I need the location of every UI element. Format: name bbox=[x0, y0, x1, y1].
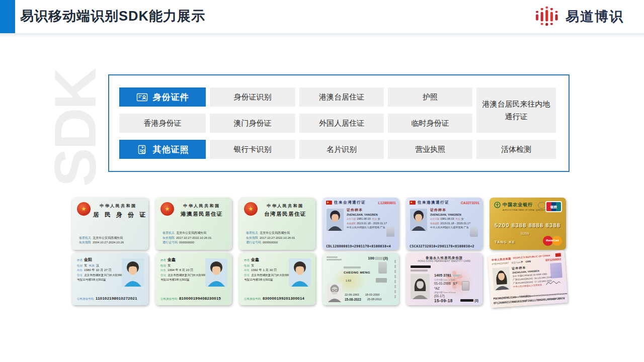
tab-id-documents[interactable]: 身份证件 bbox=[119, 87, 206, 107]
sample-tw-residence-front: 姓名金鑫 性别女 出生1992 年 1 月 30 日 住址北京市西城区复兴门外大… bbox=[239, 253, 315, 305]
mastercard-logo: MasterCard bbox=[543, 235, 562, 246]
passport-number: EF1260892 bbox=[545, 257, 561, 261]
unionpay-logo: 银联 bbox=[545, 201, 562, 212]
card-doc-title: 港澳居民居住证 bbox=[177, 211, 227, 218]
menu-item-label: 身份证识别 bbox=[234, 93, 272, 102]
menu-item-label: 护照 bbox=[423, 93, 438, 102]
ghost-photo bbox=[462, 281, 469, 291]
sample-hkmo-residence-back: ★ 中华人民共和国 港澳居民居住证 签发机关北京市公安局西城分局 有效期限201… bbox=[155, 198, 232, 250]
header-accent-bar bbox=[0, 0, 15, 33]
holder-name: CHEONG MENG bbox=[344, 270, 370, 274]
menu-item-bank-card-ocr[interactable]: 银行卡识别 bbox=[210, 140, 295, 159]
menu-item-label: 银行卡识别 bbox=[234, 145, 272, 154]
menu-item-liveness-detection[interactable]: 活体检测 bbox=[476, 140, 556, 159]
redacted-name-en bbox=[411, 269, 428, 272]
secondary-photo bbox=[470, 227, 478, 237]
menu-item-label: 港澳台居民来往内地通行证 bbox=[482, 98, 550, 123]
card-nation: 中华人民共和国 bbox=[93, 203, 143, 209]
permit-number: CA3273201 bbox=[461, 201, 479, 205]
menu-item-label: 香港身份证 bbox=[144, 119, 182, 128]
redacted-digits bbox=[460, 299, 473, 302]
passport-nation: 中华人民共和国 bbox=[492, 257, 511, 261]
menu-item-label: 名片识别 bbox=[327, 145, 357, 154]
portrait-photo bbox=[410, 209, 427, 231]
ghost-photo bbox=[378, 262, 387, 274]
holder-height: 1,63 bbox=[346, 279, 351, 282]
redacted-name bbox=[411, 265, 431, 268]
macau-header-redacted bbox=[327, 256, 342, 261]
hk-id-number: (3) bbox=[460, 299, 478, 302]
card-doc-title-en: HONG KONG PERMANENT IDENTITY CARD bbox=[406, 260, 482, 262]
id-number-row: 公民身份号码830000199201300014 bbox=[244, 293, 304, 302]
menu-item-hmt-residence-permit[interactable]: 港澳台居住证 bbox=[299, 87, 384, 107]
holder-signature bbox=[545, 280, 561, 286]
permit-fields: 证件样本 ZHENGJIAN, YANGBEN 出生日期1981.08.03 性… bbox=[430, 208, 470, 229]
page-title: 易识移动端识别SDK能力展示 bbox=[20, 7, 205, 25]
menu-item-macau-id[interactable]: 澳门身份证 bbox=[210, 114, 295, 133]
menu-item-passport[interactable]: 护照 bbox=[388, 87, 472, 107]
menu-item-label: 营业执照 bbox=[415, 145, 445, 154]
redacted-digits bbox=[375, 257, 383, 260]
mrz-line: CDL128808019<2901178<8108038<4 bbox=[326, 244, 391, 248]
portrait-photo bbox=[205, 258, 227, 287]
menu-item-temp-id[interactable]: 临时身份证 bbox=[388, 114, 472, 133]
menu-item-hmt-mainland-travel-permit[interactable]: 港澳台居民来往内地通行证 bbox=[476, 87, 556, 133]
menu-item-business-card-ocr[interactable]: 名片识别 bbox=[299, 140, 384, 159]
id-number-row: 公民身份号码110102198010272021 bbox=[77, 293, 137, 302]
redacted-label bbox=[344, 266, 361, 268]
portrait-photo bbox=[327, 283, 342, 302]
card-holder: TANG KE bbox=[495, 240, 515, 244]
sample-macau-id-card: 100(3) CHEONG MENG 1,63 22-06-196318-03-… bbox=[323, 253, 399, 305]
menu-item-label: 澳门身份证 bbox=[234, 119, 272, 128]
sample-bank-card: 中国农业银行 AGRICULTURAL BANK OF CHINA · 金穗贷记… bbox=[490, 198, 566, 250]
menu-item-foreigner-residence[interactable]: 外国人居住证 bbox=[299, 114, 384, 133]
company-logo: 易道博识 bbox=[535, 5, 624, 28]
tab-other-documents[interactable]: 其他证照 bbox=[119, 140, 206, 159]
mrz-block: POCHNZHENGJIAN<<YANGBEN<<<<<<<<<<<<<<<<<… bbox=[493, 292, 565, 306]
mrz-line: CSCA32732010<2901178<8108038<2 bbox=[410, 244, 474, 248]
sample-hkmo-residence-front: 姓名金鑫 性别女 出生1994 年 8 月 23 日 住址北京市西城区复兴门外大… bbox=[155, 253, 232, 305]
company-logo-icon bbox=[535, 5, 560, 28]
prc-flag-icon bbox=[410, 201, 416, 205]
sample-gallery-row-2: 姓名金阳 性别女 民族汉 出生1980 年 10 月 27 日 住址北京市西城区… bbox=[72, 253, 566, 305]
sample-gallery-row-1: ★ 中华人民共和国 居 民 身 份 证 签发机关北京市公安局西城分局 有效期限2… bbox=[72, 198, 566, 250]
menu-item-business-license[interactable]: 营业执照 bbox=[388, 140, 472, 159]
header: 易识移动端识别SDK能力展示 易道博识 bbox=[0, 0, 644, 33]
portrait-photo bbox=[411, 274, 430, 299]
tab-label: 身份证件 bbox=[153, 92, 189, 103]
card-doc-title: 往来台湾通行证 bbox=[334, 200, 366, 205]
id-fields: 姓名金鑫 性别女 出生1992 年 1 月 30 日 住址北京市西城区复兴门外大… bbox=[244, 257, 290, 282]
menu-item-label: 活体检测 bbox=[501, 145, 531, 154]
macau-dates: 22-06-196318-03-2000 15-08-202225-08-201… bbox=[345, 292, 395, 301]
sample-id-card-front: 姓名金阳 性别女 民族汉 出生1980 年 10 月 27 日 住址北京市西城区… bbox=[72, 253, 148, 305]
globe-watermark bbox=[538, 202, 546, 209]
sample-hk-id-card: 香港永久性居民身份證 HONG KONG PERMANENT IDENTITY … bbox=[406, 253, 482, 305]
id-card-icon bbox=[136, 92, 148, 103]
portrait-photo bbox=[289, 258, 311, 287]
card-doc-title: 台湾居民居住证 bbox=[260, 211, 310, 218]
sample-id-card-back: ★ 中华人民共和国 居 民 身 份 证 签发机关北京市公安局西城分局 有效期限2… bbox=[72, 198, 148, 250]
portrait-photo bbox=[327, 209, 344, 231]
national-emblem-icon: ★ bbox=[160, 202, 174, 216]
redacted-digits bbox=[453, 275, 460, 277]
portrait-photo bbox=[492, 267, 511, 291]
card-expiry: 00/99 bbox=[521, 232, 529, 235]
sample-prc-passport: 中华人民共和国 PEOPLE'S REPUBLIC OF CHINA 护照/PA… bbox=[488, 250, 568, 308]
national-emblem-icon: ★ bbox=[77, 202, 91, 216]
id-fields: 姓名金鑫 性别女 出生1994 年 8 月 23 日 住址北京市西城区复兴门外大… bbox=[160, 257, 207, 282]
national-emblem-icon: ★ bbox=[244, 202, 258, 216]
portrait-photo bbox=[122, 258, 144, 287]
company-logo-text: 易道博识 bbox=[566, 8, 624, 26]
id-number-row: 公民身份号码810000199408230015 bbox=[160, 293, 221, 302]
card-issue-info: 签发机关北京市公安局西城分局 有效期限2004.10.27-2024.10.26 bbox=[79, 236, 124, 245]
card-issue-info: 签发机关北京市公安局西城分局 有效期限2017.10.27-2022.10.26… bbox=[163, 231, 211, 245]
card-doc-title: 居 民 身 份 证 bbox=[93, 211, 143, 219]
menu-item-label: 临时身份证 bbox=[412, 119, 449, 128]
slide: 易识移动端识别SDK能力展示 易道博识 SDK bbox=[0, 0, 644, 362]
card-number: 5200 8388 8888 8388 bbox=[495, 222, 560, 228]
menu-item-hk-id[interactable]: 香港身份证 bbox=[119, 114, 206, 133]
capability-menu: 身份证件 身份证识别 港澳台居住证 护照 港澳台居民来往内地通行证 香港身份证 … bbox=[119, 87, 556, 159]
sample-hkmo-travel-permit: 往来港澳通行证 CA3273201 证件样本 ZHENGJIAN, YANGBE… bbox=[406, 198, 482, 250]
menu-item-id-card-ocr[interactable]: 身份证识别 bbox=[210, 87, 295, 107]
tab-label: 其他证照 bbox=[153, 144, 189, 155]
